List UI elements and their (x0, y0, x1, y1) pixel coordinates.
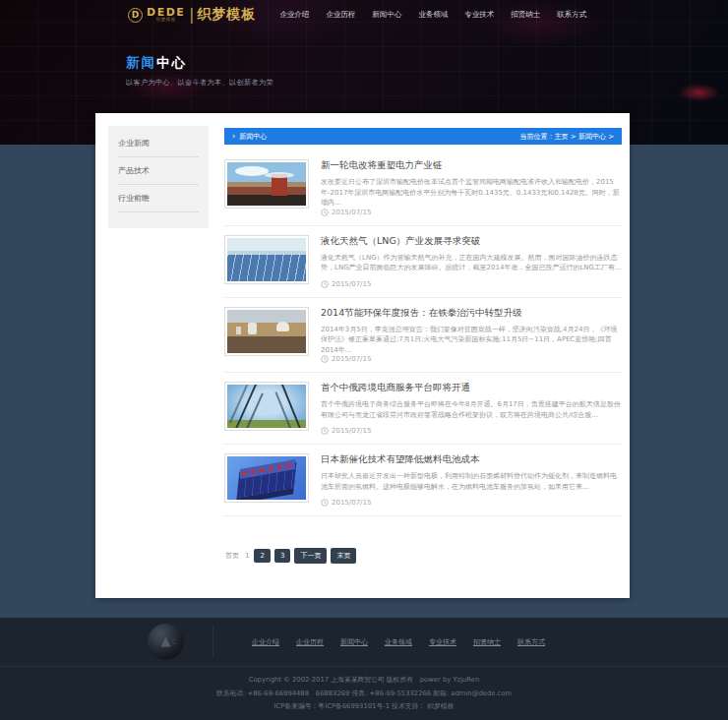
sidebar-item-industry-outlook[interactable]: 行业前瞻 (118, 185, 199, 212)
clock-icon (321, 355, 329, 363)
news-date-text: 2015/07/15 (332, 280, 371, 288)
footer-vertical-divider (212, 626, 213, 658)
footer: C ▲ C 企业介绍 企业历程 新闻中心 业务领域 专业技术 招贤纳士 联系方式… (0, 618, 728, 720)
news-item-body: 新一轮电改将重塑电力产业链 发改委近日公布了深圳市输配电价改革试点首个监管周期电… (321, 159, 622, 216)
footer-link-company-intro[interactable]: 企业介绍 (252, 637, 279, 647)
news-item-body: 液化天然气（LNG）产业发展寻求突破 液化天然气（LNG）作为管输天然气的补充，… (321, 235, 622, 288)
footer-logo-arrow-icon: ▲ (161, 634, 171, 647)
news-item[interactable]: 新一轮电改将重塑电力产业链 发改委近日公布了深圳市输配电价改革试点首个监管周期电… (224, 150, 622, 226)
nav-item-business-areas[interactable]: 业务领域 (418, 10, 448, 20)
content-card: 企业新闻 产品技术 行业前瞻 › 新闻中心 当前位置：主页 > 新闻中心 > 新… (95, 113, 630, 598)
news-date: 2015/07/15 (321, 280, 622, 288)
breadcrumb: › 新闻中心 当前位置：主页 > 新闻中心 > (224, 128, 622, 145)
footer-link-business-areas[interactable]: 业务领域 (385, 637, 412, 647)
footer-link-technology[interactable]: 专业技术 (429, 637, 456, 647)
news-item[interactable]: 液化天然气（LNG）产业发展寻求突破 液化天然气（LNG）作为管输天然气的补充，… (224, 226, 622, 298)
clock-icon (321, 427, 329, 435)
pagination-page-3[interactable]: 3 (274, 549, 290, 563)
nav-item-company-intro[interactable]: 企业介绍 (279, 10, 309, 20)
pagination-current-page: 1 (244, 549, 250, 563)
nav-item-recruitment[interactable]: 招贤纳士 (511, 10, 540, 20)
power-towers-image (227, 385, 306, 428)
clock-icon (321, 499, 329, 507)
news-title[interactable]: 新一轮电改将重塑电力产业链 (321, 159, 622, 172)
moscow-red-square-image (227, 162, 306, 206)
industrial-plant-image (227, 310, 306, 353)
page-subtitle: 以客户为中心、以奋斗者为本、以创新者为荣 (126, 78, 273, 88)
main-nav: 企业介绍 企业历程 新闻中心 业务领域 专业技术 招贤纳士 联系方式 (279, 10, 586, 20)
copyright-line: Copyright © 2002-2017 上海某某商贸公司 版权所有 powe… (0, 674, 728, 688)
news-description: 日本研究人员最近开发出一种新型电极，利用特制的石墨烯材料替代铂作为催化剂，来制造… (321, 471, 622, 492)
news-item-body: 日本新催化技术有望降低燃料电池成本 日本研究人员最近开发出一种新型电极，利用特制… (321, 453, 622, 507)
news-list: 新一轮电改将重塑电力产业链 发改委近日公布了深圳市输配电价改革试点首个监管周期电… (224, 150, 622, 516)
news-date-text: 2015/07/15 (332, 355, 371, 363)
page-title-rest: 中心 (156, 54, 187, 70)
footer-logo-left-letter: C (155, 638, 160, 646)
footer-logo-right-letter: C (172, 638, 177, 646)
news-description: 发改委近日公布了深圳市输配电价改革试点首个监管周期电网输配电准许收入和输配电价，… (321, 177, 622, 209)
logo-text-block: DEDE 织梦模板 (147, 7, 185, 23)
news-title[interactable]: 日本新催化技术有望降低燃料电池成本 (321, 453, 622, 466)
news-title[interactable]: 液化天然气（LNG）产业发展寻求突破 (321, 235, 622, 248)
nav-item-contact[interactable]: 联系方式 (557, 10, 586, 20)
news-thumbnail[interactable] (224, 453, 309, 503)
news-thumbnail[interactable] (224, 235, 309, 284)
news-date: 2015/07/15 (321, 355, 622, 363)
pagination: 首页 1 2 3 下一页 末页 (224, 548, 622, 564)
page-title: 新闻中心 (126, 54, 273, 72)
hero-text: 新闻中心 以客户为中心、以奋斗者为本、以创新者为荣 (126, 54, 273, 88)
page-title-highlight: 新闻 (126, 54, 156, 70)
top-navigation-bar: D DEDE 织梦模板 | 织梦模板 企业介绍 企业历程 新闻中心 业务领域 专… (0, 0, 728, 30)
footer-link-company-history[interactable]: 企业历程 (296, 637, 324, 647)
news-main-column: › 新闻中心 当前位置：主页 > 新闻中心 > 新一轮电改将重塑电力产业链 发改… (224, 128, 622, 564)
footer-link-contact[interactable]: 联系方式 (517, 637, 545, 647)
pagination-page-2[interactable]: 2 (254, 549, 270, 563)
news-item[interactable]: 2014节能环保年度报告：在铁拳治污中转型升级 2014年3月5日，李克强总理宣… (224, 298, 622, 374)
news-title[interactable]: 2014节能环保年度报告：在铁拳治污中转型升级 (321, 307, 622, 320)
breadcrumb-location[interactable]: 当前位置：主页 > 新闻中心 > (520, 132, 614, 142)
site-logo[interactable]: D DEDE 织梦模板 | 织梦模板 (128, 6, 256, 24)
news-description: 液化天然气（LNG）作为管输天然气的补充，正在国内大规模发展。然而，面对国际油价… (321, 253, 622, 273)
pagination-next[interactable]: 下一页 (294, 548, 327, 564)
logo-mark-icon: D (128, 8, 143, 23)
news-thumbnail[interactable] (224, 382, 309, 431)
page: D DEDE 织梦模板 | 织梦模板 企业介绍 企业历程 新闻中心 业务领域 专… (0, 0, 728, 720)
news-date-text: 2015/07/15 (332, 427, 371, 435)
breadcrumb-section: › 新闻中心 (232, 132, 267, 142)
pagination-first[interactable]: 首页 (224, 548, 240, 564)
news-title[interactable]: 首个中俄跨境电商服务平台即将开通 (321, 382, 622, 394)
nav-item-technology[interactable]: 专业技术 (464, 10, 494, 20)
chevron-right-icon: › (232, 133, 235, 141)
news-date: 2015/07/15 (321, 427, 622, 435)
footer-top: C ▲ C 企业介绍 企业历程 新闻中心 业务领域 专业技术 招贤纳士 联系方式 (0, 618, 728, 666)
news-date: 2015/07/15 (321, 209, 622, 216)
sidebar-item-company-news[interactable]: 企业新闻 (118, 130, 199, 157)
logo-cn-name: 织梦模板 (197, 6, 256, 24)
news-thumbnail[interactable] (224, 159, 309, 209)
category-sidebar: 企业新闻 产品技术 行业前瞻 (108, 126, 209, 228)
footer-link-recruitment[interactable]: 招贤纳士 (473, 637, 501, 647)
footer-nav: 企业介绍 企业历程 新闻中心 业务领域 专业技术 招贤纳士 联系方式 (252, 618, 545, 666)
clock-icon (321, 209, 329, 216)
contact-line: 联系电话: +86-69-66994488 66883269 传真: +86-6… (0, 688, 728, 701)
nav-item-company-history[interactable]: 企业历程 (326, 10, 355, 20)
breadcrumb-section-label: 新闻中心 (239, 132, 267, 142)
battery-pack-image (227, 456, 306, 500)
news-item-body: 2014节能环保年度报告：在铁拳治污中转型升级 2014年3月5日，李克强总理宣… (321, 307, 622, 364)
news-date-text: 2015/07/15 (332, 209, 371, 216)
news-item[interactable]: 日本新催化技术有望降低燃料电池成本 日本研究人员最近开发出一种新型电极，利用特制… (224, 445, 622, 516)
news-description: 首个中俄跨境电子商务综合服务平台即将在今年8月开通。6月17日，负责搭建平台的航… (321, 399, 622, 420)
pagination-last[interactable]: 末页 (331, 548, 356, 564)
news-thumbnail[interactable] (224, 307, 309, 356)
sidebar-item-product-tech[interactable]: 产品技术 (118, 157, 199, 185)
logo-divider: | (189, 6, 194, 24)
news-item[interactable]: 首个中俄跨境电商服务平台即将开通 首个中俄跨境电子商务综合服务平台即将在今年8月… (224, 373, 622, 445)
icp-line: ICP备案编号：粤ICP备66993101号-1 技术支持： 织梦模板 (0, 700, 728, 714)
nav-item-news-center[interactable]: 新闻中心 (372, 10, 401, 20)
clock-icon (321, 280, 329, 288)
footer-logo: C ▲ C (148, 624, 184, 660)
footer-link-news-center[interactable]: 新闻中心 (340, 637, 368, 647)
news-description: 2014年3月5日，李克强总理宣告：我们要像对贫困宣战一样，坚决向污染宣战;4月… (321, 325, 622, 356)
news-item-body: 首个中俄跨境电商服务平台即将开通 首个中俄跨境电子商务综合服务平台即将在今年8月… (321, 382, 622, 435)
news-date-text: 2015/07/15 (332, 499, 371, 507)
